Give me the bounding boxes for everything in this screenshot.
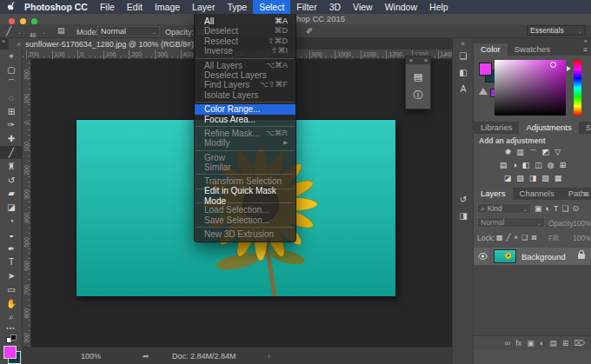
apple-icon[interactable] xyxy=(8,2,17,12)
crop-tool-icon[interactable]: ⊞ xyxy=(0,104,23,118)
lock-all-icon[interactable]: ⊠ xyxy=(531,234,537,242)
adj-channel-mixer-icon[interactable]: ◍ xyxy=(548,161,554,169)
menu-item-edit-quick-mask[interactable]: Edit in Quick Mask Mode xyxy=(195,191,296,201)
eraser-tool-icon[interactable]: ▰ xyxy=(0,187,23,201)
menu-photoshop[interactable]: Photoshop CC xyxy=(18,0,94,14)
tab-layers[interactable]: Layers xyxy=(474,188,513,200)
menu-item-reselect[interactable]: Reselect ⇧⌘D xyxy=(195,36,296,46)
adj-color-lookup-icon[interactable]: ⊞ xyxy=(560,161,567,169)
new-adjustment-layer-icon[interactable]: ◐ xyxy=(540,339,544,347)
menu-item-refine-mask[interactable]: Refine Mask... ⌥⌘R xyxy=(195,129,296,138)
layer-name[interactable]: Background xyxy=(521,252,566,261)
move-tool-icon[interactable]: ⌖ xyxy=(0,50,23,63)
filter-type-layers-icon[interactable]: T xyxy=(554,204,559,213)
lock-paint-icon[interactable]: ╱ xyxy=(507,234,511,242)
workspace-dropdown[interactable]: Essentials ⌄ xyxy=(527,25,586,36)
tab-adjustments[interactable]: Adjustments xyxy=(519,122,578,134)
menu-item-isolate-layers[interactable]: Isolate Layers xyxy=(195,90,296,100)
menu-item-load-selection[interactable]: Load Selection... xyxy=(195,205,296,215)
filter-shape-layers-icon[interactable]: ❏ xyxy=(561,204,568,213)
lasso-tool-icon[interactable]: ⌒ xyxy=(0,77,23,91)
menu-item-find-layers[interactable]: Find Layers ⌥⇧⌘F xyxy=(195,80,296,89)
tab-swatches[interactable]: Swatches xyxy=(508,43,557,56)
airbrush-icon[interactable]: ✐ xyxy=(306,26,313,36)
menu-item-modify[interactable]: Modify xyxy=(195,138,296,148)
adj-black-white-icon[interactable]: ◧ xyxy=(522,161,530,169)
menu-layer[interactable]: Layer xyxy=(186,0,221,14)
lock-artboard-icon[interactable]: ❏ xyxy=(521,234,528,242)
adj-levels-icon[interactable]: ▥ xyxy=(516,148,524,159)
menu-item-all-layers[interactable]: All Layers ⌥⌘A xyxy=(195,61,296,70)
layer-thumbnail[interactable] xyxy=(494,249,516,263)
tool-preset-caret-icon[interactable]: ⌄ xyxy=(17,29,22,35)
layers-panel-menu-icon[interactable]: ≡ xyxy=(583,189,588,198)
layer-row-background[interactable]: Background xyxy=(474,248,591,265)
menu-view[interactable]: View xyxy=(347,0,379,14)
menu-filter[interactable]: Filter xyxy=(290,0,322,14)
path-selection-tool-icon[interactable]: ➤ xyxy=(0,269,23,283)
foreground-color-swatch[interactable] xyxy=(479,63,492,76)
adj-exposure-icon[interactable]: ◩ xyxy=(542,148,550,159)
new-layer-icon[interactable]: ⊞ xyxy=(562,339,569,347)
delete-layer-icon[interactable]: ⌦ xyxy=(574,339,585,347)
layer-effects-icon[interactable]: fx xyxy=(515,339,521,347)
document-tab[interactable]: × sunflower-5170634_1280.jpg @ 100% (RGB… xyxy=(9,38,202,50)
tab-styles[interactable]: Styles xyxy=(579,122,591,134)
adj-brightness-contrast-icon[interactable]: ✺ xyxy=(505,148,512,159)
zoom-level-field[interactable]: 100% xyxy=(81,352,101,361)
current-tool-icon[interactable]: ╱ xyxy=(6,26,11,36)
hue-slider-marker[interactable] xyxy=(567,66,571,71)
filter-pixel-layers-icon[interactable]: ▣ xyxy=(535,204,542,213)
blend-mode-dropdown[interactable]: Normal ⌄ xyxy=(97,26,160,36)
minimize-window-button[interactable] xyxy=(20,18,26,24)
menu-item-transform-selection[interactable]: Transform Selection xyxy=(195,176,296,186)
edit-toolbar-icon[interactable]: ••• xyxy=(0,324,22,333)
toolbar-collapse-icon[interactable]: » xyxy=(2,38,5,44)
adj-gradient-map-icon[interactable]: ▧ xyxy=(541,174,549,182)
menu-item-all[interactable]: All ⌘A xyxy=(195,17,296,26)
menu-file[interactable]: File xyxy=(94,0,121,14)
menu-window[interactable]: Window xyxy=(379,0,423,14)
filter-smart-objects-icon[interactable]: ⊙ xyxy=(573,204,580,213)
menu-item-color-range[interactable]: Color Range... xyxy=(195,104,296,114)
default-colors-icon[interactable] xyxy=(6,334,17,343)
hand-tool-icon[interactable]: ✋ xyxy=(0,296,23,310)
saturation-brightness-picker[interactable] xyxy=(495,60,566,116)
shape-tool-icon[interactable]: ▭ xyxy=(0,283,23,297)
brush-tool-icon[interactable]: ╱ xyxy=(0,146,23,160)
status-options-chevron-icon[interactable]: › xyxy=(268,352,270,361)
gradient-tool-icon[interactable]: ◪ xyxy=(0,201,23,215)
zoom-tool-icon[interactable]: ⌕ xyxy=(0,310,23,324)
menu-item-inverse[interactable]: Inverse ⇧⌘I xyxy=(195,46,296,56)
layer-filter-dropdown[interactable]: ⌕ Kind ⌄ xyxy=(477,203,531,214)
menu-item-grow[interactable]: Grow xyxy=(195,153,296,162)
add-layer-mask-icon[interactable]: ▣ xyxy=(527,339,535,347)
info-icon[interactable]: ⓘ xyxy=(414,89,423,102)
menu-type[interactable]: Type xyxy=(221,0,253,14)
menu-item-similar[interactable]: Similar xyxy=(195,162,296,172)
menu-item-save-selection[interactable]: Save Selection... xyxy=(195,215,296,225)
layer-visibility-icon[interactable] xyxy=(478,253,488,260)
history-brush-tool-icon[interactable]: ↺ xyxy=(0,173,23,187)
pen-tool-icon[interactable]: ✒ xyxy=(0,242,23,255)
adj-selective-color-icon[interactable]: ▦ xyxy=(554,174,562,182)
adj-vibrance-icon[interactable]: ▽ xyxy=(554,148,561,159)
adj-curves-icon[interactable]: ⌒ xyxy=(529,148,537,159)
close-window-button[interactable] xyxy=(9,18,15,24)
clone-stamp-tool-icon[interactable]: ♜ xyxy=(0,159,23,173)
layer-blend-mode-dropdown[interactable]: Normal ⌄ xyxy=(477,217,545,228)
quick-selection-tool-icon[interactable]: ◌ xyxy=(0,90,23,104)
color-panel-menu-icon[interactable]: ≡ xyxy=(583,45,588,54)
type-tool-icon[interactable]: T xyxy=(0,255,23,269)
adj-photo-filter-icon[interactable]: ◫ xyxy=(535,161,542,169)
menu-select[interactable]: Select xyxy=(253,0,290,14)
adj-color-balance-icon[interactable]: ◑ xyxy=(512,161,516,169)
toggle-brush-panel-icon[interactable]: ▤ xyxy=(57,26,65,35)
vertical-ruler[interactable]: 2001000100200300400500600700800900 xyxy=(23,59,31,347)
adj-hue-saturation-icon[interactable]: ▤ xyxy=(500,161,508,169)
menu-edit[interactable]: Edit xyxy=(121,0,149,14)
brush-picker-caret-icon[interactable]: ⌄ xyxy=(42,29,46,35)
color-picker-marker[interactable] xyxy=(550,62,556,68)
clone-source-icon[interactable]: ▤ xyxy=(414,71,422,83)
menu-item-deselect[interactable]: Deselect ⌘D xyxy=(195,26,296,36)
